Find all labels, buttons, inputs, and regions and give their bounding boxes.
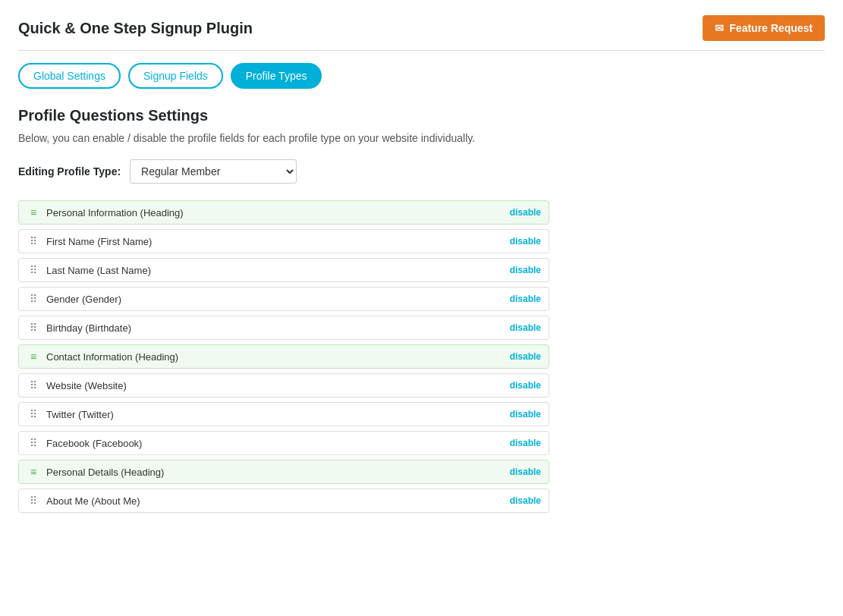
field-last-name: ⠿ Last Name (Last Name) disable	[18, 258, 549, 282]
drag-handle-icon: ⠿	[27, 293, 40, 305]
disable-facebook[interactable]: disable	[510, 438, 541, 448]
page-wrapper: Quick & One Step Signup Plugin ✉ Feature…	[0, 0, 843, 616]
drag-handle-icon: ≡	[27, 466, 40, 478]
field-twitter: ⠿ Twitter (Twitter) disable	[18, 402, 549, 426]
tab-global-settings[interactable]: Global Settings	[18, 63, 121, 89]
drag-handle-icon: ⠿	[27, 264, 40, 276]
disable-contact-info-heading[interactable]: disable	[510, 351, 541, 362]
drag-handle-icon: ≡	[27, 350, 40, 363]
field-label: Twitter (Twitter)	[46, 409, 504, 420]
disable-personal-info-heading[interactable]: disable	[510, 207, 541, 218]
drag-handle-icon: ⠿	[27, 379, 40, 391]
email-icon: ✉	[715, 22, 724, 34]
feature-request-button[interactable]: ✉ Feature Request	[703, 15, 825, 41]
field-label: Last Name (Last Name)	[46, 265, 504, 276]
disable-about-me[interactable]: disable	[510, 495, 541, 506]
field-facebook: ⠿ Facebook (Facebook) disable	[18, 431, 549, 455]
header-row: Quick & One Step Signup Plugin ✉ Feature…	[18, 15, 825, 41]
disable-website[interactable]: disable	[510, 380, 541, 391]
header-divider	[18, 50, 825, 51]
feature-request-label: Feature Request	[729, 22, 813, 34]
field-label: Birthday (Birthdate)	[46, 322, 504, 334]
section-desc: Below, you can enable / disable the prof…	[18, 132, 825, 144]
field-first-name: ⠿ First Name (First Name) disable	[18, 229, 549, 253]
field-label: Personal Details (Heading)	[46, 467, 504, 478]
field-label: Personal Information (Heading)	[46, 207, 504, 218]
field-birthday: ⠿ Birthday (Birthdate) disable	[18, 316, 549, 340]
editing-label: Editing Profile Type:	[18, 165, 121, 178]
field-personal-info-heading: ≡ Personal Information (Heading) disable	[18, 200, 549, 225]
drag-handle-icon: ⠿	[27, 322, 40, 334]
drag-handle-icon: ⠿	[27, 408, 40, 420]
editing-row: Editing Profile Type: Regular Member Adm…	[18, 159, 825, 184]
app-title: Quick & One Step Signup Plugin	[18, 20, 253, 37]
disable-personal-details-heading[interactable]: disable	[510, 467, 541, 477]
fields-list: ≡ Personal Information (Heading) disable…	[18, 200, 549, 513]
disable-gender[interactable]: disable	[510, 294, 541, 304]
field-gender: ⠿ Gender (Gender) disable	[18, 287, 549, 311]
section-title: Profile Questions Settings	[18, 107, 825, 124]
field-about-me: ⠿ About Me (About Me) disable	[18, 489, 549, 513]
field-label: Website (Website)	[46, 380, 504, 391]
tab-signup-fields[interactable]: Signup Fields	[128, 63, 223, 89]
tab-profile-types[interactable]: Profile Types	[231, 63, 322, 89]
profile-type-select[interactable]: Regular Member Administrator Moderator	[130, 159, 297, 184]
drag-handle-icon: ⠿	[27, 437, 40, 449]
field-website: ⠿ Website (Website) disable	[18, 373, 549, 398]
field-contact-info-heading: ≡ Contact Information (Heading) disable	[18, 344, 549, 369]
drag-handle-icon: ⠿	[27, 495, 40, 507]
tab-row: Global Settings Signup Fields Profile Ty…	[18, 63, 825, 89]
disable-first-name[interactable]: disable	[510, 236, 541, 247]
drag-handle-icon: ⠿	[27, 235, 40, 247]
field-label: First Name (First Name)	[46, 236, 504, 247]
field-label: Gender (Gender)	[46, 294, 504, 305]
field-label: Facebook (Facebook)	[46, 438, 504, 449]
disable-twitter[interactable]: disable	[510, 409, 541, 420]
field-label: Contact Information (Heading)	[46, 351, 504, 363]
field-personal-details-heading: ≡ Personal Details (Heading) disable	[18, 460, 549, 484]
drag-handle-icon: ≡	[27, 206, 40, 218]
disable-last-name[interactable]: disable	[510, 265, 541, 275]
field-label: About Me (About Me)	[46, 495, 504, 507]
disable-birthday[interactable]: disable	[510, 322, 541, 333]
